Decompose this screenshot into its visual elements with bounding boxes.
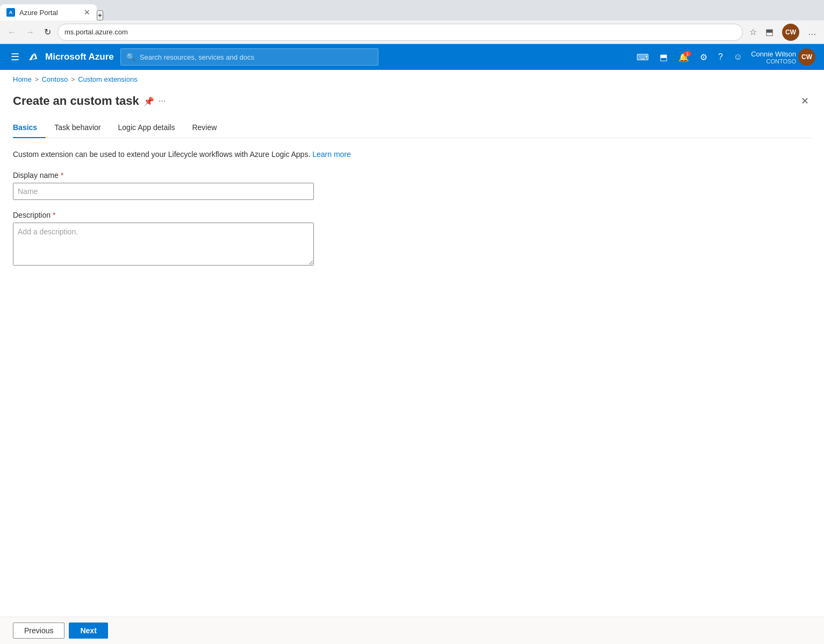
- azure-search-bar[interactable]: 🔍: [120, 48, 378, 66]
- display-name-label: Display name *: [13, 171, 811, 180]
- browser-toolbar-icons: ☆ ⬒ CW …: [746, 22, 820, 43]
- display-name-field: Display name *: [13, 171, 811, 200]
- description-field: Description *: [13, 211, 811, 267]
- forward-button[interactable]: →: [23, 25, 38, 39]
- pin-icon[interactable]: 📌: [144, 96, 154, 106]
- tab-logic-app-details[interactable]: Logic App details: [110, 118, 184, 138]
- browser-chrome: A Azure Portal ✕ + ← → ↻ ms.portal.azure…: [0, 0, 824, 44]
- header-icons: ⌨ ⬒ 🔔 1 ⚙ ? ☺ Connie Wilson CONTOSO CW: [632, 48, 815, 66]
- user-avatar[interactable]: CW: [798, 48, 815, 66]
- breadcrumb-separator-2: >: [71, 76, 75, 83]
- azure-logo-icon: [28, 51, 41, 63]
- browser-tab[interactable]: A Azure Portal ✕: [0, 4, 97, 20]
- description-label: Description *: [13, 211, 811, 219]
- breadcrumb-home[interactable]: Home: [13, 75, 32, 83]
- tab-title: Azure Portal: [19, 9, 58, 17]
- learn-more-link[interactable]: Learn more: [312, 150, 351, 159]
- browser-toolbar: ← → ↻ ms.portal.azure.com ☆ ⬒ CW …: [0, 20, 824, 44]
- back-button[interactable]: ←: [4, 25, 19, 39]
- extensions-button[interactable]: ⬒: [762, 25, 777, 39]
- help-button[interactable]: ?: [714, 50, 727, 64]
- feedback-button[interactable]: ☺: [729, 50, 747, 64]
- azure-logo-text: Microsoft Azure: [45, 52, 114, 62]
- browser-more-button[interactable]: …: [805, 25, 820, 39]
- tab-close-button[interactable]: ✕: [84, 8, 90, 17]
- description-text: Custom extension can be used to extend y…: [13, 149, 811, 160]
- page-content: Create an custom task 📌 ··· ✕ Basics Tas…: [0, 89, 824, 321]
- tab-task-behavior[interactable]: Task behavior: [46, 118, 109, 138]
- breadcrumb-separator-1: >: [35, 76, 39, 83]
- new-tab-button[interactable]: +: [97, 10, 103, 20]
- address-bar[interactable]: ms.portal.azure.com: [58, 24, 743, 41]
- url-text: ms.portal.azure.com: [65, 28, 128, 36]
- profile-button[interactable]: CW: [779, 22, 802, 43]
- refresh-button[interactable]: ↻: [41, 25, 54, 39]
- browser-tab-bar: A Azure Portal ✕ +: [0, 0, 824, 20]
- user-info: Connie Wilson CONTOSO: [751, 50, 796, 65]
- breadcrumb-current: Custom extensions: [78, 75, 138, 83]
- user-org: CONTOSO: [766, 58, 796, 65]
- page-title: Create an custom task: [13, 94, 139, 108]
- display-name-input[interactable]: [13, 183, 314, 200]
- notifications-badge: 1: [684, 51, 691, 56]
- page-header-left: Create an custom task 📌 ···: [13, 94, 166, 108]
- hamburger-menu-button[interactable]: ☰: [9, 49, 22, 65]
- more-options-icon[interactable]: ···: [159, 96, 166, 106]
- cloud-shell-button[interactable]: ⌨: [632, 50, 653, 65]
- tab-review[interactable]: Review: [183, 118, 225, 138]
- notifications-button[interactable]: 🔔 1: [674, 50, 693, 65]
- description-required: *: [53, 211, 55, 219]
- display-name-required: *: [61, 171, 63, 180]
- bookmark-button[interactable]: ☆: [746, 25, 760, 39]
- close-button[interactable]: ✕: [799, 93, 811, 109]
- description-input[interactable]: [13, 223, 314, 266]
- azure-logo[interactable]: Microsoft Azure: [28, 51, 114, 63]
- search-icon: 🔍: [126, 53, 135, 61]
- breadcrumb-contoso[interactable]: Contoso: [42, 75, 68, 83]
- browser-avatar: CW: [782, 24, 799, 41]
- page-header: Create an custom task 📌 ··· ✕: [13, 89, 811, 118]
- azure-search-input[interactable]: [140, 53, 372, 61]
- user-name: Connie Wilson: [751, 50, 796, 58]
- tab-basics[interactable]: Basics: [13, 118, 46, 138]
- directory-button[interactable]: ⬒: [655, 50, 672, 65]
- azure-header: ☰ Microsoft Azure 🔍 ⌨ ⬒ 🔔 1 ⚙ ? ☺ Connie…: [0, 44, 824, 70]
- tab-favicon: A: [6, 8, 15, 17]
- breadcrumb: Home > Contoso > Custom extensions: [0, 70, 824, 89]
- tabs: Basics Task behavior Logic App details R…: [13, 118, 811, 138]
- settings-button[interactable]: ⚙: [696, 50, 712, 65]
